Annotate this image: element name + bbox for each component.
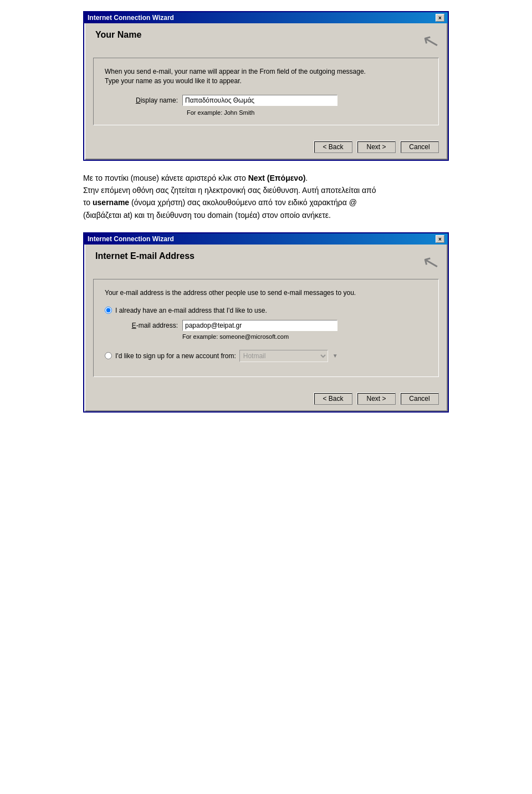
dialog2-description: Your e-mail address is the address other… bbox=[105, 288, 427, 298]
display-name-label: Display name: bbox=[105, 96, 182, 104]
dialog1-inner-panel: When you send e-mail, your name will app… bbox=[93, 58, 439, 125]
dialog2-footer: < Back Next > Cancel bbox=[84, 388, 448, 411]
dialog2-section-heading: Internet E-mail Address bbox=[93, 251, 195, 261]
dialog1-description: When you send e-mail, your name will app… bbox=[105, 67, 427, 86]
dialog1: Internet Connection Wizard × Your Name ↖… bbox=[83, 11, 449, 161]
between-line4: (διαβάζεται at) και τη διεύθυνση του dom… bbox=[83, 211, 331, 220]
email-example: For example: someone@microsoft.com bbox=[182, 333, 427, 340]
dialog1-title: Internet Connection Wizard bbox=[88, 14, 174, 22]
dialog2-body: Internet E-mail Address ↖ Your e-mail ad… bbox=[84, 245, 448, 388]
display-name-label-text: Display name: bbox=[136, 96, 178, 104]
account-provider-select[interactable]: Hotmail bbox=[239, 350, 328, 362]
wizard-cursor-icon: ↖ bbox=[420, 28, 442, 55]
username-bold: username bbox=[93, 198, 129, 207]
dialog1-body: Your Name ↖ When you send e-mail, your n… bbox=[84, 23, 448, 136]
between-line2-3-4: Στην επόμενη οθόνη σας ζητείται η ηλεκτρ… bbox=[83, 184, 449, 221]
dialog2-inner-panel: Your e-mail address is the address other… bbox=[93, 279, 439, 377]
dialog2-wizard-cursor-icon: ↖ bbox=[420, 250, 442, 276]
email-address-input[interactable] bbox=[182, 320, 337, 331]
display-name-example: For example: John Smith bbox=[187, 109, 427, 116]
dialog2: Internet Connection Wizard × Internet E-… bbox=[83, 232, 449, 413]
dialog1-back-button[interactable]: < Back bbox=[314, 141, 352, 153]
dialog2-close-button[interactable]: × bbox=[436, 235, 444, 243]
radio2-label: I'd like to sign up for a new account fr… bbox=[115, 352, 236, 360]
dialog2-cancel-button[interactable]: Cancel bbox=[400, 393, 439, 405]
dialog2-titlebar: Internet Connection Wizard × bbox=[84, 233, 448, 245]
dialog1-next-button[interactable]: Next > bbox=[357, 141, 396, 153]
radio2-input[interactable] bbox=[105, 352, 112, 359]
next-bold: Next (Επόμενο) bbox=[248, 174, 306, 182]
radio1-label: I already have an e-mail address that I'… bbox=[115, 307, 267, 314]
radio1-input[interactable] bbox=[105, 307, 112, 314]
dialog1-titlebar: Internet Connection Wizard × bbox=[84, 12, 448, 23]
radio2-row: I'd like to sign up for a new account fr… bbox=[105, 350, 427, 362]
email-address-row: E-mail address: bbox=[116, 320, 427, 331]
dialog2-back-button[interactable]: < Back bbox=[314, 393, 352, 405]
dialog1-desc-line2: Type your name as you would like it to a… bbox=[105, 77, 427, 86]
dialog1-close-button[interactable]: × bbox=[436, 14, 444, 22]
between-text: Με το ποντίκι (mouse) κάνετε αριστερό κλ… bbox=[83, 172, 449, 222]
between-line1: Με το ποντίκι (mouse) κάνετε αριστερό κλ… bbox=[83, 172, 449, 184]
dialog1-section-heading: Your Name bbox=[93, 30, 141, 40]
dialog1-desc-line1: When you send e-mail, your name will app… bbox=[105, 67, 427, 77]
dropdown-arrow-icon: ▼ bbox=[332, 353, 338, 359]
between-line2: Στην επόμενη οθόνη σας ζητείται η ηλεκτρ… bbox=[83, 186, 376, 195]
radio1-row: I already have an e-mail address that I'… bbox=[105, 307, 427, 314]
display-name-row: Display name: bbox=[105, 95, 427, 106]
between-line3: το username (όνομα χρήστη) σας ακολουθού… bbox=[83, 198, 357, 207]
dialog2-next-button[interactable]: Next > bbox=[357, 393, 396, 405]
dialog1-cancel-button[interactable]: Cancel bbox=[400, 141, 439, 153]
dialog1-footer: < Back Next > Cancel bbox=[84, 136, 448, 160]
display-name-input[interactable] bbox=[182, 95, 337, 106]
dialog2-title: Internet Connection Wizard bbox=[88, 235, 174, 243]
email-address-label: E-mail address: bbox=[116, 322, 182, 329]
